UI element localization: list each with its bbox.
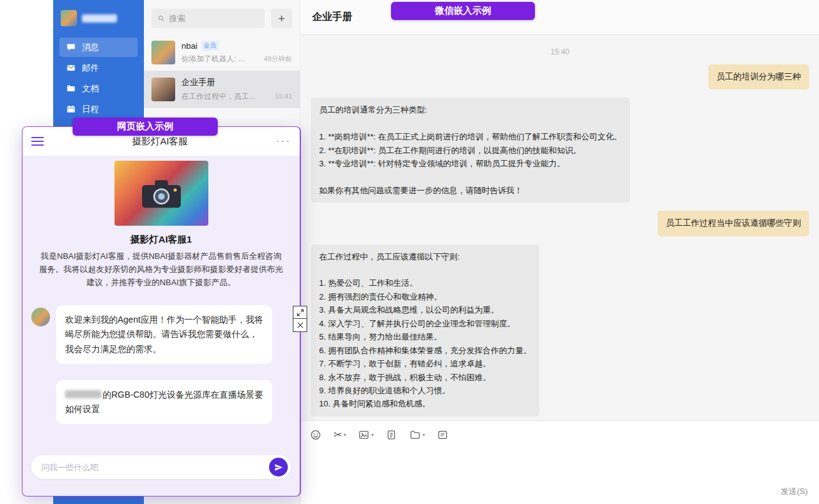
- web-chat-widget: 网页嵌入示例 摄影灯AI客服 ··· 摄影灯AI客服1 我是NBAI摄影灯AI客…: [22, 126, 301, 496]
- expand-icon: [296, 308, 305, 317]
- conversation-preview: 你添加了机器人: ...: [181, 54, 245, 64]
- conversation-time: 49分钟前: [259, 54, 292, 64]
- folder-icon: [409, 429, 421, 441]
- sidebar-user[interactable]: [61, 10, 136, 26]
- mail-icon: [66, 63, 76, 73]
- emoji-button[interactable]: [310, 429, 322, 441]
- chat-history-icon: [437, 429, 449, 441]
- search-input[interactable]: [169, 14, 259, 23]
- sidebar-item-messages[interactable]: 消息: [59, 38, 138, 57]
- time-divider: 15:40: [311, 48, 809, 56]
- conversation-item-nbai[interactable]: nbai 全员 你添加了机器人: ... 49分钟前: [144, 34, 300, 71]
- search-row: +: [144, 0, 300, 34]
- bot-avatar: [31, 308, 50, 326]
- conversation-name: 企业手册: [181, 77, 215, 88]
- sidebar-item-docs[interactable]: 文档: [59, 79, 138, 98]
- incoming-message-bubble: 在工作过程中，员工应该遵循以下守则: 1. 热爱公司、工作和生活。 2. 拥有强…: [311, 244, 539, 416]
- sidebar-nav: 消息 邮件 文档 日程: [53, 38, 144, 119]
- web-embed-example-badge: 网页嵌入示例: [73, 118, 218, 136]
- calendar-icon: [66, 104, 76, 114]
- conversation-avatar: [151, 78, 175, 101]
- user-name-redacted: [82, 14, 117, 23]
- send-button[interactable]: 发送(S): [781, 486, 808, 497]
- message-list: 15:40 员工的培训分为哪三种 员工的培训通常分为三种类型: 1. **岗前培…: [301, 35, 819, 420]
- conversation-name: nbai: [181, 41, 198, 51]
- message-row: 员工工作过程当中应该遵循哪些守则: [311, 211, 809, 236]
- outgoing-message-bubble: 员工工作过程当中应该遵循哪些守则: [658, 211, 809, 236]
- search-icon: [157, 14, 165, 23]
- folder-button[interactable]: ▾: [409, 429, 425, 441]
- message-row: 员工的培训通常分为三种类型: 1. **岗前培训**: 在员工正式上岗前进行的培…: [311, 98, 809, 203]
- sidebar-item-calendar[interactable]: 日程: [59, 99, 138, 119]
- conversation-item-handbook[interactable]: 企业手册 在工作过程中，员工... 15:41: [144, 71, 300, 108]
- widget-input-bar: [31, 455, 291, 479]
- menu-icon[interactable]: [31, 134, 44, 148]
- close-button[interactable]: [293, 318, 307, 332]
- chat-main: 微信嵌入示例 企业手册 15:40 员工的培训分为哪三种 员工的培训通常分为三种…: [301, 0, 819, 504]
- expand-button[interactable]: [293, 306, 307, 320]
- widget-message-input[interactable]: [41, 463, 269, 472]
- sidebar-item-label: 消息: [82, 42, 99, 53]
- sidebar-item-mail[interactable]: 邮件: [59, 58, 138, 78]
- redacted-text: [65, 390, 101, 398]
- add-chat-button[interactable]: +: [271, 9, 292, 28]
- chat-title: 企业手册: [312, 11, 352, 24]
- image-icon: [358, 429, 370, 441]
- conversation-time: 15:41: [270, 93, 292, 100]
- camera-icon: [135, 174, 188, 213]
- emoji-icon: [310, 429, 322, 441]
- widget-title: 摄影灯AI客服: [44, 136, 276, 148]
- send-plane-icon: [274, 463, 283, 472]
- message-row: 员工的培训分为哪三种: [311, 64, 809, 89]
- sidebar-item-label: 日程: [82, 104, 99, 115]
- welcome-message-bubble: 欢迎来到我的Agent应用！作为一个智能助手，我将竭尽所能为您提供帮助。请告诉我…: [56, 305, 272, 363]
- incoming-message-bubble: 员工的培训通常分为三种类型: 1. **岗前培训**: 在员工正式上岗前进行的培…: [311, 98, 630, 203]
- bot-name: 摄影灯AI客服1: [23, 234, 300, 246]
- widget-controls: [293, 306, 307, 332]
- user-avatar: [61, 10, 77, 26]
- close-icon: [296, 321, 305, 330]
- bot-description: 我是NBAI摄影灯AI客服，提供NBAI摄影器材产品售前售后全程咨询服务。我将以…: [39, 250, 283, 289]
- chat-header: 企业手册: [301, 0, 819, 35]
- caret-down-icon: ▾: [422, 432, 425, 438]
- caret-down-icon: ▾: [343, 432, 346, 438]
- document-icon: [66, 83, 76, 94]
- message-row: 在工作过程中，员工应该遵循以下守则: 1. 热爱公司、工作和生活。 2. 拥有强…: [311, 244, 809, 416]
- chat-input-panel: ✂ ▾ ▾ ▾ 发送(S): [301, 420, 819, 504]
- widget-message-row: 欢迎来到我的Agent应用！作为一个智能助手，我将竭尽所能为您提供帮助。请告诉我…: [31, 305, 290, 363]
- chat-history-button[interactable]: [437, 429, 449, 441]
- conversation-avatar: [151, 41, 175, 64]
- chat-icon: [66, 42, 76, 53]
- file-button[interactable]: [385, 429, 397, 441]
- image-button[interactable]: ▾: [358, 429, 374, 441]
- user-message-bubble: 的RGB-C80灯光设备光源库在直播场景要如何设置: [56, 380, 272, 424]
- bot-hero-image: [114, 161, 208, 226]
- chat-toolbar: ✂ ▾ ▾ ▾: [310, 425, 810, 444]
- message-input[interactable]: [310, 444, 810, 480]
- outgoing-message-bubble: 员工的培训分为哪三种: [708, 64, 809, 89]
- caret-down-icon: ▾: [371, 432, 374, 438]
- more-options-icon[interactable]: ···: [276, 139, 291, 143]
- widget-message-row: 的RGB-C80灯光设备光源库在直播场景要如何设置: [56, 380, 290, 424]
- all-members-badge: 全员: [201, 41, 219, 51]
- screenshot-button[interactable]: ✂ ▾: [333, 430, 346, 440]
- conversation-preview: 在工作过程中，员工...: [181, 91, 255, 102]
- search-box[interactable]: [151, 9, 265, 28]
- sidebar-item-label: 文档: [82, 83, 99, 94]
- widget-send-button[interactable]: [269, 458, 288, 476]
- sidebar-item-label: 邮件: [82, 63, 99, 74]
- wechat-embed-example-badge: 微信嵌入示例: [391, 2, 535, 20]
- scissors-icon: ✂: [333, 430, 342, 440]
- file-icon: [385, 429, 397, 441]
